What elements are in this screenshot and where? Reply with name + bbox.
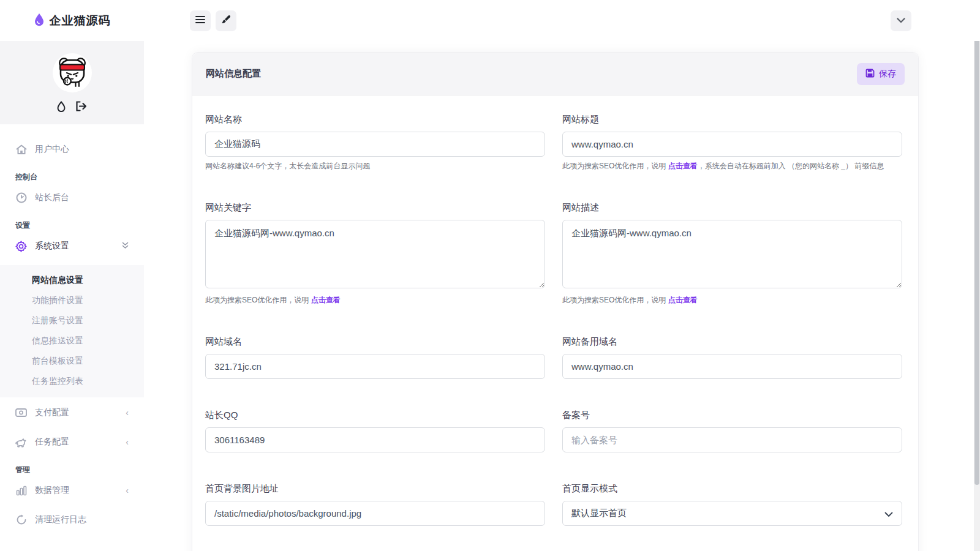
field-help: 此项为搜索SEO优化作用，说明 点击查看	[205, 295, 545, 305]
banknote-icon	[15, 407, 27, 419]
field-help: 网站名称建议4-6个文字，太长会造成前台显示问题	[205, 161, 545, 171]
gear-icon	[15, 241, 27, 252]
chevron-left-icon: ‹	[126, 408, 129, 418]
field-label: 站长QQ	[205, 410, 545, 421]
bear-avatar-image	[55, 55, 90, 91]
sidebar-item-user-center[interactable]: 用户中心	[0, 139, 144, 160]
field-site-keywords: 网站关键字 企业猫源码网-www.qymao.cn 此项为搜索SEO优化作用，说…	[205, 202, 545, 305]
header-collapse-button[interactable]	[891, 10, 911, 31]
logo-droplet-icon	[34, 13, 45, 29]
theme-brush-button[interactable]	[216, 10, 236, 31]
logo-text: 企业猫源码	[50, 13, 111, 29]
submenu-item-template[interactable]: 前台模板设置	[0, 351, 144, 371]
avatar[interactable]	[53, 53, 92, 92]
top-header: 企业猫源码	[0, 0, 980, 41]
home-display-mode-select[interactable]: 默认显示首页	[562, 501, 902, 526]
chevron-double-down-icon	[122, 241, 129, 251]
field-webmaster-qq: 站长QQ	[205, 410, 545, 452]
submenu-item-register[interactable]: 注册账号设置	[0, 310, 144, 331]
sidebar-item-clear-logs[interactable]: 清理运行日志	[0, 509, 144, 530]
submenu-item-task-monitor[interactable]: 任务监控列表	[0, 371, 144, 391]
sidebar-section-console: 控制台	[0, 168, 144, 187]
sidebar-item-data-management[interactable]: 数据管理 ‹	[0, 480, 144, 501]
site-name-input[interactable]	[205, 132, 545, 157]
help-text: ，系统会自动在标题前加入 （您的网站名称 _） 前缀信息	[698, 162, 884, 170]
field-home-bg-image: 首页背景图片地址	[205, 483, 545, 526]
field-help: 此项为搜索SEO优化作用，说明 点击查看	[562, 295, 902, 305]
site-backup-domain-input[interactable]	[562, 354, 902, 379]
submenu-item-site-info[interactable]: 网站信息设置	[0, 270, 144, 290]
sidebar-item-label: 清理运行日志	[35, 514, 129, 525]
help-text: 此项为搜索SEO优化作用，说明	[562, 296, 668, 304]
refresh-icon	[15, 514, 27, 526]
chevron-down-icon	[884, 509, 893, 519]
sidebar-item-webmaster-backend[interactable]: 站长后台	[0, 187, 144, 208]
sidebar-item-label: 系统设置	[35, 241, 114, 252]
sidebar-section-settings: 设置	[0, 217, 144, 236]
submenu-item-push[interactable]: 信息推送设置	[0, 331, 144, 351]
dashboard-clock-icon	[15, 192, 27, 204]
save-button-label: 保存	[879, 69, 896, 80]
field-label: 备案号	[562, 410, 902, 421]
site-title-input[interactable]	[562, 132, 902, 157]
save-floppy-icon	[865, 69, 875, 80]
page-scrollbar[interactable]	[974, 0, 980, 551]
system-settings-submenu: 网站信息设置 功能插件设置 注册账号设置 信息推送设置 前台模板设置 任务监控列…	[0, 265, 144, 397]
field-help: 此项为搜索SEO优化作用，说明 点击查看，系统会自动在标题前加入 （您的网站名称…	[562, 161, 902, 171]
sidebar: 用户中心 控制台 站长后台 设置 系统设置 网站信息设置	[0, 41, 144, 551]
field-label: 首页显示模式	[562, 483, 902, 495]
sidebar-item-label: 任务配置	[35, 437, 118, 448]
page-title: 网站信息配置	[206, 68, 261, 80]
home-bg-image-input[interactable]	[205, 501, 545, 526]
field-site-name: 网站名称 网站名称建议4-6个文字，太长会造成前台显示问题	[205, 114, 545, 171]
profile-panel	[0, 41, 144, 124]
site-description-textarea[interactable]: 企业猫源码网-www.qymao.cn	[562, 220, 902, 288]
field-label: 网站备用域名	[562, 336, 902, 348]
home-icon	[15, 144, 27, 156]
site-keywords-textarea[interactable]: 企业猫源码网-www.qymao.cn	[205, 220, 545, 288]
field-label: 网站域名	[205, 336, 545, 348]
field-site-backup-domain: 网站备用域名	[562, 336, 902, 379]
sidebar-item-system-settings[interactable]: 系统设置	[0, 236, 144, 257]
help-view-link[interactable]: 点击查看	[311, 296, 341, 304]
chevron-left-icon: ‹	[126, 437, 129, 447]
sidebar-toggle-button[interactable]	[190, 10, 211, 31]
site-domain-input[interactable]	[205, 354, 545, 379]
chevron-left-icon: ‹	[126, 485, 129, 495]
field-site-title: 网站标题 此项为搜索SEO优化作用，说明 点击查看，系统会自动在标题前加入 （您…	[562, 114, 902, 171]
bar-chart-icon	[15, 485, 27, 497]
icp-number-input[interactable]	[562, 427, 902, 452]
help-text: 此项为搜索SEO优化作用，说明	[205, 296, 311, 304]
sidebar-item-task-config[interactable]: 任务配置 ‹	[0, 432, 144, 452]
field-site-domain: 网站域名	[205, 336, 545, 379]
main-content: 网站信息配置 保存 网站名称 网站名称建议4-6个文字，太长会造成前台显示问题	[144, 41, 980, 551]
field-home-display-mode: 首页显示模式 默认显示首页	[562, 483, 902, 526]
droplet-theme-icon[interactable]	[57, 101, 66, 114]
card-header: 网站信息配置 保存	[192, 53, 918, 96]
sidebar-nav: 用户中心 控制台 站长后台 设置 系统设置 网站信息设置	[0, 124, 144, 530]
select-value: 默认显示首页	[571, 508, 627, 519]
submenu-item-plugins[interactable]: 功能插件设置	[0, 290, 144, 310]
field-label: 网站名称	[205, 114, 545, 126]
field-label: 网站描述	[562, 202, 902, 214]
site-info-card: 网站信息配置 保存 网站名称 网站名称建议4-6个文字，太长会造成前台显示问题	[192, 52, 919, 551]
field-label: 网站标题	[562, 114, 902, 126]
sidebar-section-management: 管理	[0, 461, 144, 480]
sidebar-item-label: 用户中心	[35, 144, 129, 155]
logout-icon[interactable]	[75, 101, 87, 114]
field-icp-number: 备案号	[562, 410, 902, 452]
hamburger-menu-icon	[195, 15, 205, 26]
scrollbar-thumb[interactable]	[974, 1, 979, 485]
sidebar-item-payment-config[interactable]: 支付配置 ‹	[0, 402, 144, 423]
brand-logo[interactable]: 企业猫源码	[0, 13, 144, 29]
webmaster-qq-input[interactable]	[205, 427, 545, 452]
field-label: 网站关键字	[205, 202, 545, 214]
help-view-link[interactable]: 点击查看	[668, 162, 698, 170]
save-button[interactable]: 保存	[857, 63, 905, 85]
field-site-description: 网站描述 企业猫源码网-www.qymao.cn 此项为搜索SEO优化作用，说明…	[562, 202, 902, 305]
help-view-link[interactable]: 点击查看	[668, 296, 698, 304]
field-label: 首页背景图片地址	[205, 483, 545, 495]
help-text: 此项为搜索SEO优化作用，说明	[562, 162, 668, 170]
sidebar-item-label: 支付配置	[35, 407, 118, 418]
dog-icon	[15, 437, 27, 448]
